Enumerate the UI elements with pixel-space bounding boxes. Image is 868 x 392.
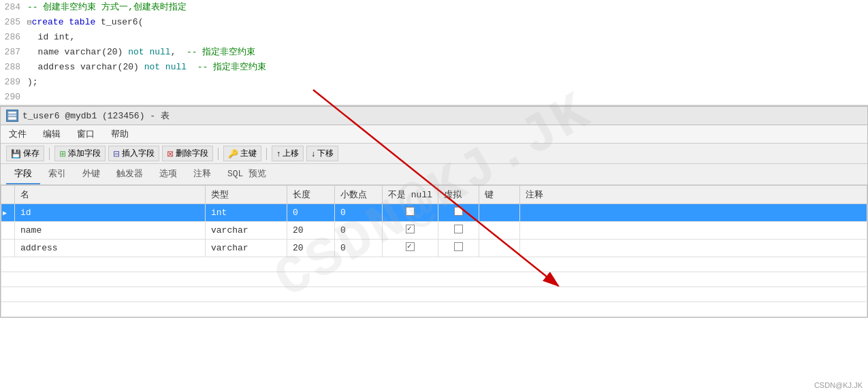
table-row-empty-3 [1, 287, 867, 302]
code-line-288: 288 address varchar(20) not null -- 指定非空… [0, 60, 868, 75]
code-line-287: 287 name varchar(20) not null, -- 指定非空约束 [0, 45, 868, 60]
tab-comments[interactable]: 注释 [185, 164, 219, 184]
delete-field-label: 删除字段 [176, 148, 208, 159]
tab-sql-preview[interactable]: SQL 预览 [219, 164, 274, 184]
code-line-285: 285 ⊟create table t_user6( [0, 15, 868, 30]
row-arrow-name [1, 222, 15, 240]
field-type-id[interactable]: int [206, 204, 287, 222]
fields-table: 名 类型 长度 小数点 不是 null 虚拟 键 注释 ▶ id [1, 185, 867, 317]
tab-fields[interactable]: 字段 [6, 164, 40, 184]
col-comment: 注释 [520, 186, 867, 204]
field-name-name[interactable]: name [15, 222, 206, 240]
menu-help[interactable]: 帮助 [108, 127, 131, 142]
tab-indexes[interactable]: 索引 [40, 164, 74, 184]
primary-key-label: 主键 [240, 148, 257, 159]
table-row-id[interactable]: ▶ id int 0 0 [1, 204, 867, 222]
field-comment-address[interactable] [520, 240, 867, 257]
checkbox-notnull-id[interactable] [406, 207, 415, 216]
add-field-icon: ⊞ [59, 149, 66, 159]
col-not-null: 不是 null [383, 186, 438, 204]
field-virtual-id[interactable] [438, 204, 479, 222]
field-key-id[interactable] [479, 204, 520, 222]
table-icon-svg [7, 111, 17, 120]
insert-field-label: 插入字段 [122, 148, 155, 159]
field-name-address[interactable]: address [15, 240, 206, 257]
tab-triggers[interactable]: 触发器 [108, 164, 151, 184]
add-field-button[interactable]: ⊞ 添加字段 [54, 146, 106, 161]
table-title-bar: t_user6 @mydb1 (123456) - 表 [1, 107, 867, 125]
save-icon: 💾 [11, 149, 21, 159]
line-content-285: ⊟create table t_user6( [27, 15, 868, 30]
checkbox-virtual-name[interactable] [454, 225, 463, 233]
field-key-address[interactable] [479, 240, 520, 257]
toolbar-sep-2 [218, 148, 219, 160]
field-type-address[interactable]: varchar [206, 240, 287, 257]
field-comment-name[interactable] [520, 222, 867, 240]
line-num-284: 284 [0, 0, 27, 15]
field-key-name[interactable] [479, 222, 520, 240]
up-arrow-icon: ↑ [276, 149, 280, 159]
table-row-empty-4 [1, 302, 867, 317]
line-content-284: -- 创建非空约束 方式一,创建表时指定 [27, 0, 868, 15]
table-row-address[interactable]: address varchar 20 0 [1, 240, 867, 257]
field-decimal-id[interactable]: 0 [335, 204, 383, 222]
field-virtual-name[interactable] [438, 222, 479, 240]
table-row-empty-1 [1, 257, 867, 272]
key-icon: 🔑 [228, 149, 238, 159]
save-label: 保存 [23, 148, 39, 159]
row-arrow-address [1, 240, 15, 257]
field-length-name[interactable]: 20 [287, 222, 335, 240]
menu-edit[interactable]: 编辑 [40, 127, 63, 142]
line-num-288: 288 [0, 60, 27, 75]
table-row-name[interactable]: name varchar 20 0 [1, 222, 867, 240]
col-decimal: 小数点 [335, 186, 383, 204]
col-virtual: 虚拟 [438, 186, 479, 204]
menu-file[interactable]: 文件 [6, 127, 29, 142]
menu-bar: 文件 编辑 窗口 帮助 [1, 125, 867, 144]
svg-rect-1 [8, 114, 16, 116]
move-down-button[interactable]: ↓ 下移 [306, 146, 338, 161]
table-row-empty-2 [1, 272, 867, 287]
menu-window[interactable]: 窗口 [74, 127, 97, 142]
field-virtual-address[interactable] [438, 240, 479, 257]
insert-field-icon: ⊟ [113, 149, 120, 159]
field-comment-id[interactable] [520, 204, 867, 222]
checkbox-virtual-address[interactable] [454, 242, 463, 251]
field-length-address[interactable]: 20 [287, 240, 335, 257]
line-num-287: 287 [0, 45, 27, 60]
data-table-wrap: 名 类型 长度 小数点 不是 null 虚拟 键 注释 ▶ id [1, 185, 867, 317]
line-content-288: address varchar(20) not null -- 指定非空约束 [27, 60, 868, 75]
credit-text: CSDN@KJ.JK [814, 381, 863, 389]
code-line-289: 289 ); [0, 75, 868, 90]
checkbox-notnull-name[interactable] [406, 225, 415, 233]
line-content-287: name varchar(20) not null, -- 指定非空约束 [27, 45, 868, 60]
code-editor: 284 -- 创建非空约束 方式一,创建表时指定 285 ⊟create tab… [0, 0, 868, 106]
move-up-button[interactable]: ↑ 上移 [272, 146, 304, 161]
svg-rect-2 [8, 117, 16, 120]
col-type: 类型 [206, 186, 287, 204]
toolbar-sep-1 [49, 148, 50, 160]
field-notnull-address[interactable] [383, 240, 438, 257]
field-notnull-name[interactable] [383, 222, 438, 240]
delete-field-button[interactable]: ⊠ 删除字段 [162, 146, 213, 161]
checkbox-notnull-address[interactable] [406, 242, 415, 251]
line-content-289: ); [27, 75, 868, 90]
svg-rect-0 [8, 112, 16, 114]
move-up-label: 上移 [283, 148, 299, 159]
field-name-id[interactable]: id [15, 204, 206, 222]
field-length-id[interactable]: 0 [287, 204, 335, 222]
field-type-name[interactable]: varchar [206, 222, 287, 240]
field-decimal-address[interactable]: 0 [335, 240, 383, 257]
save-button[interactable]: 💾 保存 [6, 146, 44, 161]
insert-field-button[interactable]: ⊟ 插入字段 [108, 146, 159, 161]
tab-foreign-keys[interactable]: 外键 [74, 164, 108, 184]
code-line-286: 286 id int, [0, 30, 868, 45]
checkbox-virtual-id[interactable] [454, 207, 463, 216]
field-decimal-name[interactable]: 0 [335, 222, 383, 240]
primary-key-button[interactable]: 🔑 主键 [223, 146, 261, 161]
field-notnull-id[interactable] [383, 204, 438, 222]
line-content-286: id int, [27, 30, 868, 45]
add-field-label: 添加字段 [68, 148, 101, 159]
col-length: 长度 [287, 186, 335, 204]
tab-options[interactable]: 选项 [151, 164, 185, 184]
